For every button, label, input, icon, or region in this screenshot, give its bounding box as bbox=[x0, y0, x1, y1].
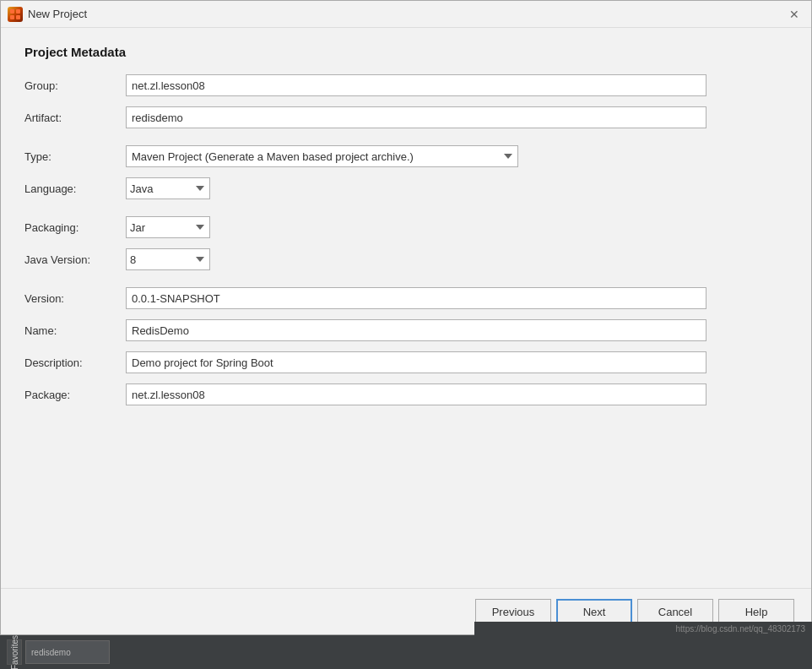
svg-rect-1 bbox=[16, 9, 20, 14]
artifact-input[interactable] bbox=[126, 106, 706, 128]
artifact-label: Artifact: bbox=[24, 112, 126, 124]
app-icon bbox=[8, 7, 23, 22]
close-button[interactable]: ✕ bbox=[784, 4, 804, 24]
package-row: Package: bbox=[24, 383, 788, 405]
taskbar: Favorites redisdemo bbox=[0, 635, 812, 669]
package-input[interactable] bbox=[126, 383, 706, 405]
java-version-row: Java Version: 8 11 17 21 bbox=[24, 248, 788, 270]
favorites-tab[interactable]: Favorites bbox=[7, 639, 22, 665]
artifact-row: Artifact: bbox=[24, 106, 788, 128]
name-row: Name: bbox=[24, 319, 788, 341]
svg-rect-0 bbox=[10, 9, 14, 14]
svg-rect-2 bbox=[10, 15, 14, 19]
type-select[interactable]: Maven Project (Generate a Maven based pr… bbox=[126, 145, 518, 167]
name-label: Name: bbox=[24, 324, 126, 337]
description-input[interactable] bbox=[126, 351, 706, 373]
language-label: Language: bbox=[24, 182, 126, 195]
section-title: Project Metadata bbox=[24, 45, 788, 59]
name-input[interactable] bbox=[126, 319, 706, 341]
previous-button[interactable]: Previous bbox=[475, 599, 551, 624]
description-row: Description: bbox=[24, 351, 788, 373]
group-label: Group: bbox=[24, 79, 126, 92]
description-label: Description: bbox=[24, 356, 126, 369]
type-label: Type: bbox=[24, 150, 126, 163]
window-title: New Project bbox=[28, 8, 784, 20]
version-row: Version: bbox=[24, 287, 788, 309]
java-version-select[interactable]: 8 11 17 21 bbox=[126, 248, 210, 270]
url-status-bar: https://blog.csdn.net/qq_48302173 bbox=[474, 622, 812, 635]
package-label: Package: bbox=[24, 389, 126, 401]
cancel-button[interactable]: Cancel bbox=[637, 599, 713, 624]
packaging-select[interactable]: Jar War bbox=[126, 216, 210, 238]
group-input[interactable] bbox=[126, 74, 706, 96]
packaging-row: Packaging: Jar War bbox=[24, 216, 788, 238]
java-version-label: Java Version: bbox=[24, 253, 126, 266]
taskbar-item[interactable]: redisdemo bbox=[25, 640, 110, 664]
type-row: Type: Maven Project (Generate a Maven ba… bbox=[24, 145, 788, 167]
language-row: Language: Java Kotlin Groovy bbox=[24, 177, 788, 199]
new-project-dialog: New Project ✕ Project Metadata Group: Ar… bbox=[0, 0, 812, 635]
language-select[interactable]: Java Kotlin Groovy bbox=[126, 177, 210, 199]
packaging-label: Packaging: bbox=[24, 221, 126, 234]
next-button[interactable]: Next bbox=[556, 599, 632, 624]
version-label: Version: bbox=[24, 292, 126, 305]
group-row: Group: bbox=[24, 74, 788, 96]
title-bar: New Project ✕ bbox=[1, 1, 811, 28]
dialog-content: Project Metadata Group: Artifact: Type: … bbox=[1, 28, 811, 588]
help-button[interactable]: Help bbox=[718, 599, 794, 624]
svg-rect-3 bbox=[16, 15, 20, 19]
version-input[interactable] bbox=[126, 287, 706, 309]
